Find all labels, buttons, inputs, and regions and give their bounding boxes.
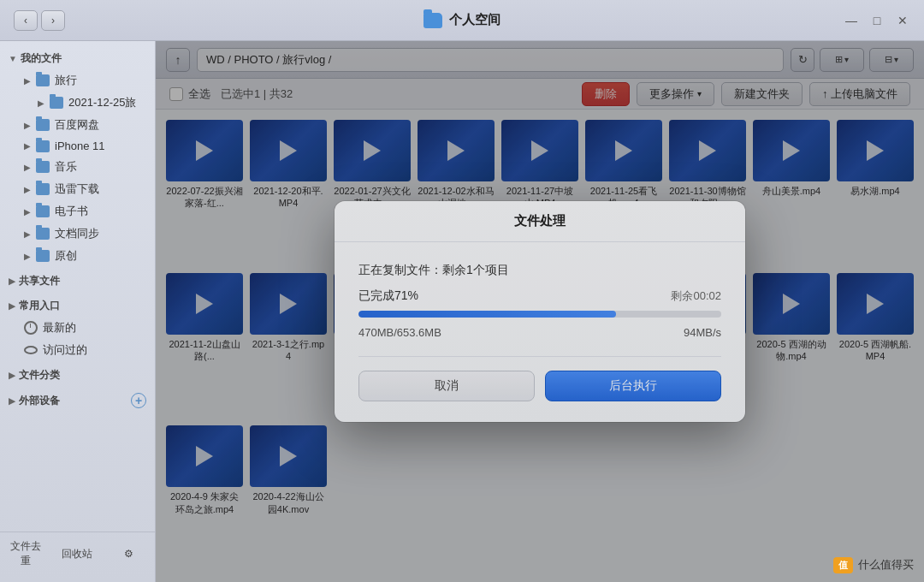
- close-button[interactable]: ✕: [895, 13, 910, 28]
- sidebar-common-label: 常用入口: [19, 299, 60, 313]
- folder-icon: [36, 228, 50, 240]
- sidebar-section-external: ▶ 外部设备 +: [0, 389, 155, 412]
- dialog-divider: [358, 356, 721, 357]
- sidebar-filetype-header[interactable]: ▶ 文件分类: [0, 365, 155, 386]
- sidebar-item-docsync[interactable]: ▶ 文档同步: [0, 223, 155, 245]
- progress-detail-row: 470MB/653.6MB 94MB/s: [358, 326, 721, 339]
- sidebar-section-filetype: ▶ 文件分类: [0, 365, 155, 386]
- sidebar-item-label: 2021-12-25旅: [68, 95, 137, 110]
- sidebar-external-header[interactable]: ▶ 外部设备 +: [0, 389, 155, 412]
- sidebar-item-baidu[interactable]: ▶ 百度网盘: [0, 114, 155, 136]
- dedup-button[interactable]: 文件去重: [0, 532, 51, 575]
- nav-back-button[interactable]: ‹: [14, 10, 38, 31]
- sidebar-item-iphone[interactable]: ▶ iPhone 11: [0, 136, 155, 156]
- sidebar-item-visited[interactable]: 访问过的: [0, 339, 155, 361]
- sidebar-my-files-label: 我的文件: [21, 51, 62, 66]
- sidebar-filetype-label: 文件分类: [19, 368, 60, 383]
- chevron-right-icon: ▶: [24, 141, 31, 151]
- cancel-label: 取消: [435, 378, 459, 394]
- folder-icon: [36, 161, 50, 173]
- settings-button[interactable]: ⚙: [104, 532, 155, 575]
- chevron-right-icon: ▶: [24, 207, 31, 217]
- cancel-button[interactable]: 取消: [358, 371, 535, 401]
- folder-icon: [36, 140, 50, 152]
- sidebar-item-music[interactable]: ▶ 音乐: [0, 156, 155, 178]
- sidebar-shared-label: 共享文件: [19, 274, 60, 288]
- progress-bar-fill: [358, 311, 616, 318]
- dialog-body: 正在复制文件：剩余1个项目 已完成71% 剩余00:02 470MB/653.6…: [335, 242, 745, 422]
- chevron-right-icon: ▶: [24, 121, 31, 130]
- sidebar-my-files-header[interactable]: ▼ 我的文件: [0, 48, 155, 69]
- folder-icon: [36, 74, 50, 86]
- sidebar: ▼ 我的文件 ▶ 旅行 ▶ 2021-12-25旅 ▶ 百度网盘 ▶ i: [0, 41, 156, 582]
- nav-forward-button[interactable]: ›: [41, 10, 65, 31]
- maximize-button[interactable]: □: [869, 13, 885, 28]
- folder-icon: [36, 183, 50, 195]
- sidebar-item-label: 迅雷下载: [55, 181, 99, 197]
- clock-icon: [24, 321, 38, 335]
- add-external-button[interactable]: +: [131, 393, 146, 408]
- sidebar-item-label: iPhone 11: [55, 140, 105, 152]
- progress-bar-container: [358, 311, 721, 318]
- sidebar-item-2021[interactable]: ▶ 2021-12-25旅: [0, 92, 155, 114]
- watermark-area: 值 什么值得买: [753, 548, 924, 582]
- recycle-label: 回收站: [62, 547, 92, 561]
- progress-row: 已完成71% 剩余00:02: [358, 288, 721, 304]
- dialog-status: 正在复制文件：剩余1个项目: [358, 263, 721, 278]
- chevron-down-icon: ▼: [9, 54, 17, 63]
- sidebar-item-label: 访问过的: [43, 342, 87, 358]
- dialog-title: 文件处理: [514, 213, 566, 229]
- progress-speed: 94MB/s: [684, 326, 721, 339]
- sidebar-item-label: 百度网盘: [55, 117, 99, 133]
- chevron-right-icon: ▶: [9, 301, 15, 311]
- sidebar-item-label: 电子书: [55, 204, 88, 219]
- sidebar-item-xunlei[interactable]: ▶ 迅雷下载: [0, 178, 155, 200]
- chevron-right-icon: ▶: [24, 185, 31, 194]
- progress-size: 470MB/653.6MB: [358, 326, 441, 339]
- background-execute-button[interactable]: 后台执行: [545, 371, 721, 401]
- window-controls: — □ ✕: [844, 13, 910, 28]
- dialog-buttons: 取消 后台执行: [358, 371, 721, 401]
- sidebar-section-common: ▶ 常用入口 最新的 访问过的: [0, 295, 155, 361]
- nav-buttons: ‹ ›: [14, 10, 65, 31]
- sidebar-item-label: 文档同步: [55, 226, 99, 241]
- sidebar-item-travel[interactable]: ▶ 旅行: [0, 69, 155, 92]
- sidebar-item-label: 最新的: [43, 320, 76, 336]
- watermark-text: 什么值得买: [858, 557, 914, 573]
- sidebar-external-label: 外部设备: [19, 394, 60, 408]
- confirm-label: 后台执行: [609, 378, 657, 394]
- watermark: 值 什么值得买: [833, 557, 914, 573]
- content-area: ↑ WD / PHOTO / 旅行vlog / ↻ ⊞ ▾ ⊟ ▾ 全选: [156, 41, 924, 582]
- minimize-button[interactable]: —: [844, 13, 859, 28]
- chevron-right-icon: ▶: [24, 76, 31, 86]
- sidebar-item-label: 旅行: [55, 73, 77, 88]
- sidebar-section-shared: ▶ 共享文件: [0, 270, 155, 292]
- sidebar-item-recent[interactable]: 最新的: [0, 317, 155, 339]
- dialog-titlebar: 文件处理: [335, 201, 745, 242]
- settings-icon: ⚙: [124, 548, 133, 560]
- sidebar-shared-header[interactable]: ▶ 共享文件: [0, 270, 155, 292]
- chevron-right-icon: ▶: [9, 371, 15, 380]
- sidebar-section-my-files: ▼ 我的文件 ▶ 旅行 ▶ 2021-12-25旅 ▶ 百度网盘 ▶ i: [0, 48, 155, 267]
- chevron-right-icon: ▶: [9, 276, 15, 286]
- chevron-right-icon: ▶: [24, 252, 31, 261]
- eye-icon: [24, 346, 38, 354]
- sidebar-footer: 文件去重 回收站 ⚙: [0, 532, 155, 575]
- window-title-area: 个人空间: [424, 12, 500, 28]
- recycle-button[interactable]: 回收站: [51, 532, 103, 575]
- dedup-label: 文件去重: [7, 539, 44, 568]
- window-title: 个人空间: [449, 12, 500, 28]
- sidebar-item-original[interactable]: ▶ 原创: [0, 245, 155, 267]
- sidebar-item-label: 音乐: [55, 159, 77, 175]
- titlebar: ‹ › 个人空间 — □ ✕: [0, 0, 924, 41]
- sidebar-item-ebook[interactable]: ▶ 电子书: [0, 200, 155, 223]
- file-processing-dialog: 文件处理 正在复制文件：剩余1个项目 已完成71% 剩余00:02 470MB/…: [335, 201, 745, 422]
- chevron-right-icon: ▶: [24, 229, 31, 239]
- chevron-right-icon: ▶: [38, 98, 44, 108]
- folder-icon: [424, 13, 442, 28]
- sidebar-item-label: 原创: [55, 248, 77, 264]
- chevron-right-icon: ▶: [9, 396, 15, 406]
- sidebar-common-header[interactable]: ▶ 常用入口: [0, 295, 155, 317]
- folder-icon: [36, 250, 50, 262]
- main-layout: ▼ 我的文件 ▶ 旅行 ▶ 2021-12-25旅 ▶ 百度网盘 ▶ i: [0, 41, 924, 582]
